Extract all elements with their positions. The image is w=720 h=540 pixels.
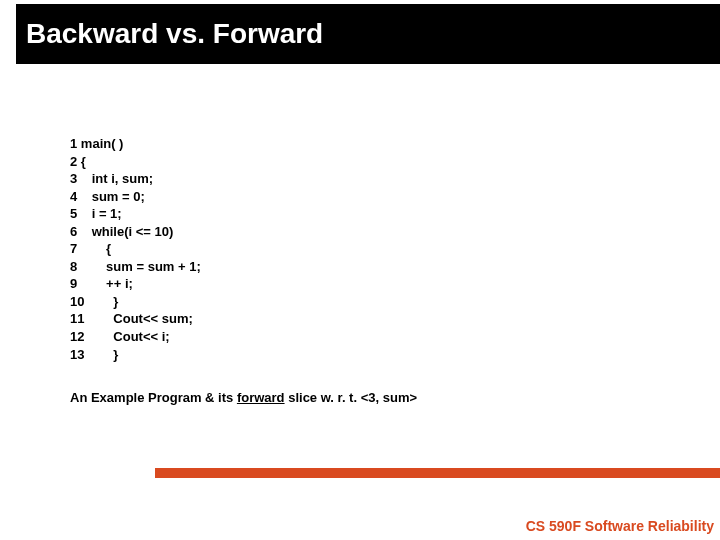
title-bar: Backward vs. Forward: [16, 4, 720, 64]
slide-title: Backward vs. Forward: [26, 18, 323, 50]
code-line: 5 i = 1;: [70, 205, 201, 223]
code-line: 13 }: [70, 346, 201, 364]
code-line: 10 }: [70, 293, 201, 311]
code-line: 6 while(i <= 10): [70, 223, 201, 241]
caption-suffix: slice w. r. t. <3, sum>: [285, 390, 417, 405]
caption-prefix: An Example Program & its: [70, 390, 237, 405]
accent-bar: [155, 468, 720, 478]
caption-underlined: forward: [237, 390, 285, 405]
code-line: 8 sum = sum + 1;: [70, 258, 201, 276]
code-line: 1 main( ): [70, 135, 201, 153]
slide: Backward vs. Forward 1 main( ) 2 { 3 int…: [0, 0, 720, 540]
code-line: 9 ++ i;: [70, 275, 201, 293]
code-block: 1 main( ) 2 { 3 int i, sum; 4 sum = 0; 5…: [70, 135, 201, 363]
code-line: 11 Cout<< sum;: [70, 310, 201, 328]
code-line: 4 sum = 0;: [70, 188, 201, 206]
code-line: 2 {: [70, 153, 201, 171]
caption: An Example Program & its forward slice w…: [70, 390, 417, 405]
code-line: 12 Cout<< i;: [70, 328, 201, 346]
footer-text: CS 590F Software Reliability: [526, 518, 714, 534]
code-line: 7 {: [70, 240, 201, 258]
code-line: 3 int i, sum;: [70, 170, 201, 188]
